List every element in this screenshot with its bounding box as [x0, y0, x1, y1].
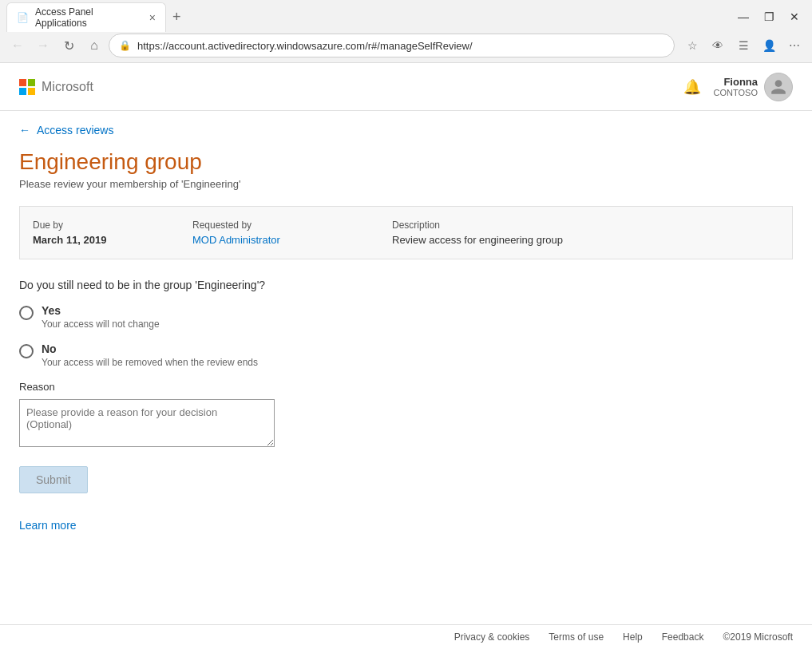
breadcrumb-area: ← Access reviews [0, 111, 812, 143]
yes-option[interactable]: Yes Your access will not change [19, 304, 793, 330]
new-tab-button[interactable]: + [166, 7, 188, 27]
yes-desc: Your access will not change [42, 319, 160, 330]
restore-button[interactable]: ❐ [758, 9, 780, 25]
yes-radio[interactable] [19, 306, 34, 320]
no-option[interactable]: No Your access will be removed when the … [19, 342, 793, 368]
privacy-link[interactable]: Privacy & cookies [454, 631, 530, 643]
breadcrumb-link[interactable]: ← Access reviews [19, 124, 793, 137]
no-text-block: No Your access will be removed when the … [42, 342, 258, 368]
user-org-text: CONTOSO [714, 88, 758, 97]
header-right: 🔔 Fionna CONTOSO [683, 73, 793, 101]
learn-more-link[interactable]: Learn more [19, 519, 77, 532]
sq-red [19, 79, 26, 86]
info-table: Due by March 11, 2019 Requested by MOD A… [19, 206, 793, 259]
user-name-text: Fionna [714, 76, 758, 88]
page-title: Engineering group [19, 149, 793, 175]
terms-link[interactable]: Terms of use [549, 631, 604, 643]
settings-button[interactable]: ⋯ [783, 34, 806, 57]
no-desc: Your access will be removed when the rev… [42, 357, 258, 368]
copyright-text: ©2019 Microsoft [723, 631, 793, 643]
close-button[interactable]: ✕ [783, 9, 806, 25]
breadcrumb-label: Access reviews [37, 124, 113, 137]
reason-textarea[interactable] [19, 399, 275, 447]
address-bar: 🔒 https://account.activedirectory.window… [109, 34, 675, 57]
footer: Privacy & cookies Terms of use Help Feed… [0, 624, 812, 649]
user-name-block: Fionna CONTOSO [714, 76, 758, 97]
url-text: https://account.activedirectory.windowsa… [137, 40, 664, 52]
read-view-button[interactable]: 👁 [707, 34, 729, 57]
question-text: Do you still need to be in the group 'En… [19, 279, 793, 291]
app-header: Microsoft 🔔 Fionna CONTOSO [0, 63, 812, 111]
back-button[interactable]: ← [6, 34, 29, 57]
hub-button[interactable]: ☰ [732, 34, 755, 57]
no-label: No [42, 342, 258, 355]
learn-more-area: Learn more [19, 519, 793, 532]
yes-text-block: Yes Your access will not change [42, 304, 160, 330]
minimize-button[interactable]: — [732, 9, 755, 25]
lock-icon: 🔒 [119, 40, 131, 51]
tab-label: Access Panel Applications [35, 6, 140, 29]
sq-blue [19, 88, 26, 95]
requested-by-label: Requested by [192, 220, 392, 231]
sq-yellow [28, 88, 35, 95]
user-info: Fionna CONTOSO [714, 73, 793, 101]
back-arrow-icon: ← [19, 124, 30, 137]
due-by-col: Due by March 11, 2019 [33, 220, 192, 246]
home-button[interactable]: ⌂ [83, 34, 105, 57]
due-by-label: Due by [33, 220, 192, 231]
description-value: Review access for engineering group [392, 234, 779, 246]
tab-close-button[interactable]: × [149, 11, 156, 24]
microsoft-label: Microsoft [42, 80, 93, 94]
yes-label: Yes [42, 304, 160, 317]
feedback-link[interactable]: Feedback [662, 631, 704, 643]
favorites-button[interactable]: ☆ [681, 34, 703, 57]
forward-button[interactable]: → [32, 34, 54, 57]
avatar[interactable] [764, 73, 793, 101]
sq-green [28, 79, 35, 86]
page-subtitle: Please review your membership of 'Engine… [19, 178, 793, 190]
microsoft-logo: Microsoft [19, 79, 93, 95]
requested-by-col: Requested by MOD Administrator [192, 220, 392, 246]
browser-tab[interactable]: 📄 Access Panel Applications × [6, 2, 166, 32]
submit-button[interactable]: Submit [19, 466, 88, 493]
help-link[interactable]: Help [623, 631, 643, 643]
description-col: Description Review access for engineerin… [392, 220, 779, 246]
description-label: Description [392, 220, 779, 231]
no-radio[interactable] [19, 344, 34, 358]
bell-icon[interactable]: 🔔 [683, 78, 701, 96]
reason-label: Reason [19, 381, 793, 393]
requested-by-value[interactable]: MOD Administrator [192, 234, 392, 246]
window-controls: — ❐ ✕ [732, 9, 806, 25]
ms-squares [19, 79, 35, 95]
due-by-date: March 11, 2019 [33, 234, 192, 246]
page-content: Engineering group Please review your mem… [0, 143, 812, 551]
refresh-button[interactable]: ↻ [57, 34, 80, 57]
tab-icon: 📄 [17, 12, 29, 23]
profile-button[interactable]: 👤 [758, 34, 780, 57]
